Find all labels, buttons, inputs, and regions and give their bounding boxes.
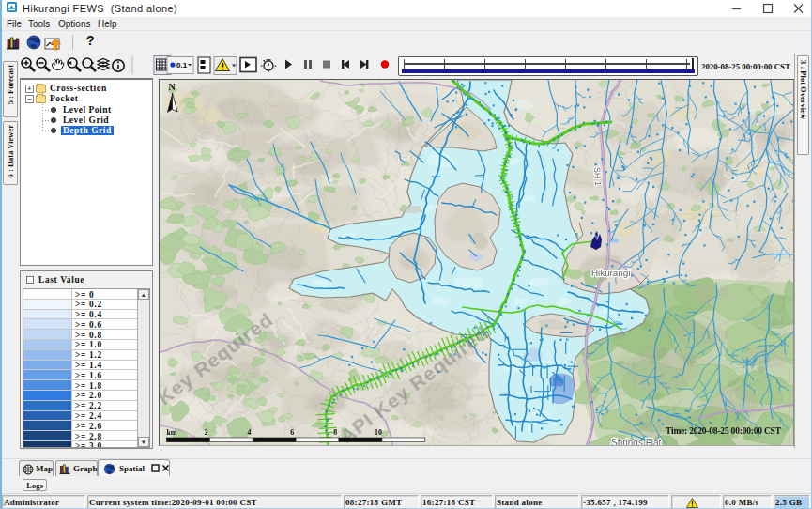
svg-text:Time: 2020-08-25 00:00:00 CST: Time: 2020-08-25 00:00:00 CST: [666, 426, 782, 436]
svg-text:km: km: [166, 428, 176, 437]
svg-text:SH 1: SH 1: [592, 167, 603, 187]
svg-text:0.1: 0.1: [176, 61, 188, 69]
svg-text:Springs Flat: Springs Flat: [611, 438, 662, 446]
svg-text:Hikurangi: Hikurangi: [591, 268, 630, 278]
svg-text:10: 10: [375, 428, 382, 437]
svg-text:N: N: [169, 82, 176, 92]
svg-text:2: 2: [205, 428, 208, 437]
svg-text:8: 8: [333, 428, 337, 437]
svg-text:6: 6: [290, 428, 294, 437]
svg-text:4: 4: [247, 428, 251, 437]
